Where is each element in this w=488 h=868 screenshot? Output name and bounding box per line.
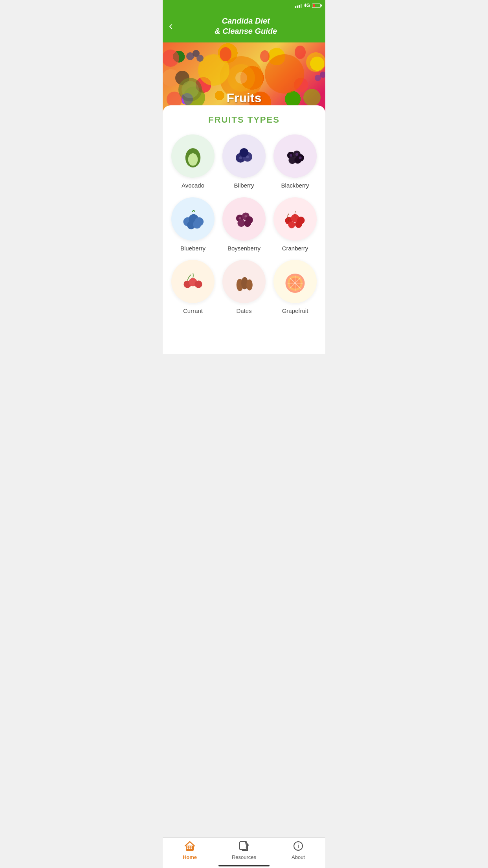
fruit-circle-bilberry — [222, 134, 266, 178]
svg-point-48 — [244, 215, 247, 217]
fruit-name-label: Blackberry — [281, 182, 309, 189]
signal-bar-1 — [295, 6, 296, 8]
fruit-circle-currant — [171, 260, 215, 303]
svg-point-56 — [194, 280, 202, 288]
fruit-item-cranberry[interactable]: Cranberry — [271, 197, 319, 252]
fruit-item-boysenberry[interactable]: Boysenberry — [220, 197, 268, 252]
status-icons: 4G — [295, 3, 321, 8]
signal-bar-4 — [301, 4, 302, 8]
section-title: FRUITS TYPES — [169, 115, 319, 125]
signal-bar-3 — [299, 5, 300, 8]
svg-point-47 — [238, 217, 241, 219]
svg-point-45 — [237, 219, 245, 226]
hero-label: Fruits — [227, 91, 262, 105]
svg-point-52 — [288, 221, 295, 228]
svg-point-22 — [188, 153, 198, 166]
fruit-circle-cranberry — [273, 197, 317, 241]
status-bar: 4G — [163, 0, 325, 11]
fruit-circle-blackberry — [273, 134, 317, 178]
header: ‹ Candida Diet & Cleanse Guide — [163, 11, 325, 42]
svg-point-27 — [239, 156, 242, 159]
fruit-name-label: Dates — [236, 307, 251, 315]
svg-point-46 — [244, 220, 251, 227]
header-title: Candida Diet & Cleanse Guide — [172, 16, 319, 36]
svg-point-41 — [193, 220, 201, 228]
fruits-grid: AvocadoBilberryBlackberryBlueberryBoysen… — [169, 134, 319, 315]
svg-point-36 — [299, 156, 302, 159]
main-content: FRUITS TYPES AvocadoBilberryBlackberryBl… — [163, 105, 325, 354]
fruit-item-blueberry[interactable]: Blueberry — [169, 197, 217, 252]
fruit-circle-avocado — [171, 134, 215, 178]
fruit-item-blackberry[interactable]: Blackberry — [271, 134, 319, 189]
svg-point-28 — [246, 155, 249, 158]
hero-section: Fruits — [163, 42, 325, 113]
fruit-name-label: Avocado — [182, 182, 204, 189]
battery-icon — [312, 4, 321, 8]
fruit-item-bilberry[interactable]: Bilberry — [220, 134, 268, 189]
fruit-name-label: Cranberry — [282, 245, 308, 252]
fruit-item-grapefruit[interactable]: Grapefruit — [271, 260, 319, 315]
header-title-line2: & Cleanse Guide — [215, 27, 277, 35]
svg-point-34 — [290, 154, 292, 157]
fruit-circle-dates — [222, 260, 266, 303]
back-button[interactable]: ‹ — [169, 20, 172, 31]
fruit-name-label: Grapefruit — [282, 307, 308, 315]
fruit-name-label: Bilberry — [234, 182, 254, 189]
network-type: 4G — [304, 3, 310, 8]
fruit-item-avocado[interactable]: Avocado — [169, 134, 217, 189]
fruit-item-currant[interactable]: Currant — [169, 260, 217, 315]
svg-point-35 — [295, 153, 298, 156]
fruit-circle-boysenberry — [222, 197, 266, 241]
signal-bars — [295, 3, 302, 8]
fruit-name-label: Currant — [183, 307, 203, 315]
fruit-name-label: Boysenberry — [227, 245, 261, 252]
svg-point-53 — [295, 221, 302, 228]
battery-fill — [313, 4, 315, 7]
fruit-circle-blueberry — [171, 197, 215, 241]
signal-bar-2 — [297, 6, 298, 8]
header-title-line1: Candida Diet — [222, 17, 270, 25]
fruit-item-dates[interactable]: Dates — [220, 260, 268, 315]
svg-point-59 — [246, 280, 253, 291]
fruit-name-label: Blueberry — [180, 245, 205, 252]
fruit-circle-grapefruit — [273, 260, 317, 303]
